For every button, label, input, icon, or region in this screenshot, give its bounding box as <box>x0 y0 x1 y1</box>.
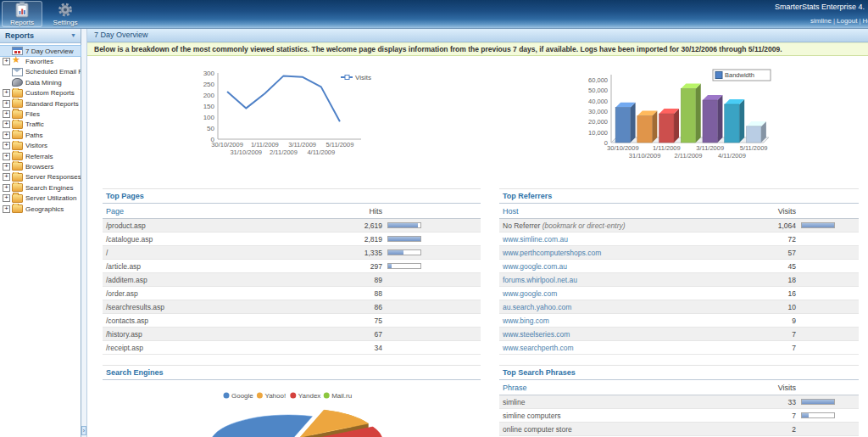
sidebar-item-label: Search Engines <box>25 184 73 192</box>
row-label: /receipt.asp <box>103 344 333 352</box>
hits-bar <box>801 412 835 418</box>
row-label[interactable]: www.steelseries.com <box>499 330 747 339</box>
splitter-arrow-icon[interactable]: › <box>81 426 86 435</box>
row-label[interactable]: www.bing.com <box>499 317 747 325</box>
sidebar-item-geographics[interactable]: +Geographics <box>0 204 81 214</box>
row-value: 88 <box>333 289 382 298</box>
bandwidth-chart-cell: 010,00020,00030,00040,00050,00060,00030/… <box>499 63 859 178</box>
panel-splitter[interactable]: › <box>81 29 87 437</box>
calendar-icon <box>12 47 23 55</box>
row-bar-cell <box>796 399 837 405</box>
hits-bar-fill <box>802 400 834 404</box>
top-referrers-section: Top Referrers HostVisits No Referrer (bo… <box>499 188 859 355</box>
expander-icon[interactable]: + <box>3 89 10 97</box>
row-value: 89 <box>333 276 382 284</box>
sidebar-item-browsers[interactable]: +Browsers <box>0 161 81 171</box>
row-label[interactable]: www.google.com.au <box>499 262 747 271</box>
settings-button-label: Settings <box>53 19 78 26</box>
expander-icon[interactable]: + <box>3 142 10 149</box>
table-row: /history.asp67 <box>103 328 481 341</box>
row-label[interactable]: www.searchperth.com <box>499 344 747 352</box>
svg-text:30/10/2009: 30/10/2009 <box>211 141 243 148</box>
row-label: /additem.asp <box>103 276 333 284</box>
row-label[interactable]: www.simline.com.au <box>499 235 747 244</box>
topbar-link-simline[interactable]: simline <box>810 17 832 25</box>
row-value: 57 <box>747 249 796 257</box>
row-label: /catalogue.asp <box>103 235 333 244</box>
row-value: 1,335 <box>333 249 382 257</box>
svg-text:150: 150 <box>203 103 214 110</box>
sidebar-item-traffic[interactable]: +Traffic <box>0 120 81 130</box>
sidebar-item-favorites[interactable]: +Favorites <box>0 56 81 66</box>
sidebar-item-custom-reports[interactable]: +Custom Reports <box>0 88 81 98</box>
report-tree: +7 Day Overview+Favorites+Scheduled Emai… <box>0 46 81 214</box>
reports-button-label: Reports <box>10 19 34 26</box>
topbar-link-help[interactable]: Help <box>863 17 868 25</box>
folder-icon <box>12 162 23 171</box>
sidebar-item-label: Traffic <box>25 120 44 128</box>
section-title: Top Search Phrases <box>499 366 859 380</box>
reports-button[interactable]: Reports <box>2 1 42 27</box>
expander-icon[interactable]: + <box>3 58 10 65</box>
table-row: No Referrer (bookmark or direct-entry)1,… <box>499 219 859 233</box>
svg-text:2/11/2009: 2/11/2009 <box>270 148 298 156</box>
row-bar-cell <box>382 236 423 242</box>
sidebar-item-visitors[interactable]: +Visitors <box>0 141 81 151</box>
expander-icon[interactable]: + <box>3 163 10 171</box>
hits-bar-fill <box>388 223 418 227</box>
row-value: 9 <box>747 317 796 325</box>
sidebar-item-files[interactable]: +Files <box>0 109 81 119</box>
expander-icon[interactable]: + <box>3 205 10 213</box>
row-bar-cell <box>382 249 423 255</box>
row-label[interactable]: www.google.com <box>499 289 747 298</box>
sidebar-item-referrals[interactable]: +Referrals <box>0 151 81 161</box>
table-row: /order.asp88 <box>103 287 481 300</box>
row-label[interactable]: forums.whirlpool.net.au <box>499 276 747 284</box>
collapse-panel-icon[interactable]: ▼ <box>70 31 76 42</box>
sidebar-item-standard-reports[interactable]: +Standard Reports <box>0 98 81 109</box>
sidebar-item-7-day-overview[interactable]: +7 Day Overview <box>0 46 81 56</box>
expander-icon[interactable]: + <box>3 153 10 160</box>
topbar-link-logout[interactable]: Logout <box>837 17 857 25</box>
table-row: online computer store2 <box>499 423 859 436</box>
table-row: www.steelseries.com7 <box>499 328 859 341</box>
sidebar-item-scheduled-email-reports[interactable]: +Scheduled Email Reports <box>0 67 81 77</box>
folder-icon <box>12 173 23 182</box>
row-label: /product.asp <box>103 221 333 230</box>
hits-bar <box>387 222 421 228</box>
table-row: www.bing.com9 <box>499 314 859 328</box>
hits-bar-fill <box>388 264 392 268</box>
section-title: Top Pages <box>103 189 481 204</box>
folder-icon <box>12 183 23 192</box>
row-label[interactable]: au.search.yahoo.com <box>499 303 747 311</box>
row-label[interactable]: www.perthcomputershops.com <box>499 249 747 257</box>
expander-icon[interactable]: + <box>3 173 10 181</box>
row-value: 2,619 <box>333 221 382 230</box>
expander-icon[interactable]: + <box>3 184 10 192</box>
sidebar-item-data-mining[interactable]: +Data Mining <box>0 77 81 87</box>
row-value: 7 <box>747 344 796 352</box>
expander-icon[interactable]: + <box>3 132 10 139</box>
sidebar-item-server-utilization[interactable]: +Server Utilization <box>0 193 81 203</box>
expander-icon[interactable]: + <box>3 120 10 128</box>
svg-text:4/11/2009: 4/11/2009 <box>718 152 746 160</box>
folder-icon <box>12 204 23 213</box>
folder-icon <box>12 99 23 108</box>
sidebar-item-search-engines[interactable]: +Search Engines <box>0 182 81 193</box>
expander-icon[interactable]: + <box>3 100 10 108</box>
sidebar-item-paths[interactable]: +Paths <box>0 130 81 140</box>
expander-icon[interactable]: + <box>3 110 10 118</box>
table-row: /product.asp2,619 <box>103 219 481 233</box>
svg-text:31/10/2009: 31/10/2009 <box>629 152 661 160</box>
toolbar-buttons: Reports Settings <box>2 1 86 27</box>
settings-button[interactable]: Settings <box>45 1 86 27</box>
search-engines-pie-chart: GoogleYahoo!YandexMail.ru <box>103 380 481 437</box>
row-bar-cell <box>382 222 423 228</box>
expander-icon[interactable]: + <box>3 194 10 202</box>
top-search-phrases-section: Top Search Phrases PhraseVisits simline3… <box>499 365 859 437</box>
section-title: Top Referrers <box>499 189 859 204</box>
row-bar-cell <box>796 222 837 228</box>
svg-text:4/11/2009: 4/11/2009 <box>307 148 335 156</box>
svg-text:3/11/2009: 3/11/2009 <box>696 144 724 152</box>
sidebar-item-server-responses[interactable]: +Server Responses <box>0 172 81 182</box>
